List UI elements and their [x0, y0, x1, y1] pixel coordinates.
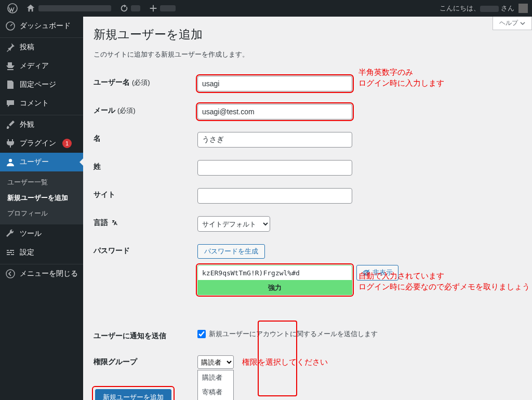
username-input[interactable]: [197, 76, 352, 91]
menu-settings-label: 設定: [20, 248, 34, 257]
wordpress-logo-icon: [7, 3, 18, 14]
admin-toolbar: こんにちは、 さん: [0, 0, 532, 17]
help-tab-label: ヘルプ: [499, 19, 518, 28]
greeting-text: こんにちは、 さん: [440, 4, 514, 13]
comment-icon: [5, 98, 16, 109]
svg-point-2: [9, 159, 12, 162]
submenu-users-profile[interactable]: プロフィール: [0, 206, 83, 221]
notify-text: 新規ユーザーにアカウントに関するメールを送信します: [209, 329, 378, 339]
role-label: 権限グループ: [94, 349, 197, 375]
role-dropdown-list: 購読者 寄稿者 投稿者 編集者 管理者: [197, 370, 234, 400]
menu-settings[interactable]: 設定: [0, 243, 83, 262]
email-label: メール: [94, 106, 115, 114]
generate-password-button[interactable]: パスワードを生成: [197, 244, 265, 259]
plugins-update-badge: 1: [62, 139, 72, 148]
role-select[interactable]: 購読者: [197, 355, 234, 369]
menu-media-label: メディア: [20, 61, 49, 71]
admin-sidebar: ダッシュボード 投稿 メディア 固定ページ コメント 外観 プラグイン 1 ユー…: [0, 17, 83, 400]
language-label: 言語: [94, 218, 108, 226]
menu-appearance-label: 外観: [20, 120, 34, 129]
menu-dashboard[interactable]: ダッシュボード: [0, 17, 83, 35]
menu-comments-label: コメント: [20, 99, 49, 108]
users-submenu: ユーザー一覧 新規ユーザーを追加 プロフィール: [0, 171, 83, 224]
password-field-wrap: 強力: [197, 265, 352, 295]
submenu-users-new[interactable]: 新規ユーザーを追加: [0, 190, 83, 206]
plugin-icon: [5, 138, 16, 149]
role-option-contributor[interactable]: 寄稿者: [198, 385, 233, 399]
main-content: ヘルプ 新規ユーザーを追加 このサイトに追加する新規ユーザーを作成します。 ユー…: [83, 17, 532, 400]
brush-icon: [5, 119, 16, 130]
menu-collapse-label: メニューを閉じる: [20, 269, 78, 278]
menu-tools-label: ツール: [20, 229, 42, 238]
required-marker: (必須): [132, 78, 150, 86]
menu-users-label: ユーザー: [20, 157, 49, 167]
menu-tools[interactable]: ツール: [0, 224, 83, 243]
password-label: パスワード: [94, 238, 197, 323]
notify-checkbox[interactable]: [197, 330, 206, 338]
site-name-obscured: [38, 5, 111, 11]
submit-add-user-button[interactable]: 新規ユーザーを追加: [95, 389, 171, 400]
pin-icon: [5, 42, 16, 52]
notify-checkbox-label[interactable]: 新規ユーザーにアカウントに関するメールを送信します: [197, 329, 516, 339]
home-icon: [26, 4, 35, 13]
annotation-role: 権限を選択してください: [242, 357, 328, 366]
updates-count-obscured: [131, 5, 140, 11]
menu-media[interactable]: メディア: [0, 57, 83, 75]
role-option-subscriber[interactable]: 購読者: [198, 370, 233, 385]
menu-pages[interactable]: 固定ページ: [0, 75, 83, 94]
user-icon: [5, 157, 16, 167]
annotation-password-l1: 自動で入力されています: [358, 270, 532, 281]
firstname-input[interactable]: [197, 132, 352, 148]
site-input[interactable]: [197, 188, 352, 204]
svg-point-3: [6, 270, 15, 278]
wrench-icon: [5, 229, 16, 239]
collapse-icon: [5, 269, 16, 279]
help-tab[interactable]: ヘルプ: [493, 17, 532, 30]
page-description: このサイトに追加する新規ユーザーを作成します。: [94, 50, 522, 59]
page-title: 新規ユーザーを追加: [94, 22, 522, 45]
annotation-password-l2: ログイン時に必要なので必ずメモを取りましょう！: [358, 281, 532, 292]
page-icon: [5, 79, 16, 90]
plus-icon: [149, 4, 158, 13]
firstname-label: 名: [94, 126, 197, 154]
lastname-input[interactable]: [197, 160, 352, 176]
annotation-username-l2: ログイン時に入力します: [358, 77, 444, 88]
site-name-menu[interactable]: [22, 0, 115, 17]
refresh-icon: [119, 4, 129, 13]
user-form: ユーザー名 (必須) 半角英数字のみ ログイン時に入力します メール (必須) …: [94, 70, 522, 375]
sliders-icon: [5, 247, 16, 258]
wp-logo-menu[interactable]: [3, 0, 22, 17]
username-obscured: [480, 6, 499, 12]
menu-posts[interactable]: 投稿: [0, 38, 83, 57]
user-avatar-icon[interactable]: [518, 4, 528, 13]
menu-appearance[interactable]: 外観: [0, 115, 83, 134]
annotation-username-l1: 半角英数字のみ: [358, 66, 444, 77]
menu-dashboard-label: ダッシュボード: [20, 21, 71, 31]
lastname-label: 姓: [94, 154, 197, 182]
menu-comments[interactable]: コメント: [0, 94, 83, 113]
menu-plugins[interactable]: プラグイン 1: [0, 134, 83, 153]
menu-plugins-label: プラグイン: [20, 139, 56, 148]
submenu-users-all[interactable]: ユーザー一覧: [0, 175, 83, 190]
menu-posts-label: 投稿: [20, 43, 34, 52]
menu-pages-label: 固定ページ: [20, 80, 56, 89]
required-marker: (必須): [117, 106, 136, 114]
chevron-down-icon: [520, 21, 525, 26]
updates-menu[interactable]: [115, 0, 144, 17]
username-label: ユーザー名: [94, 78, 130, 86]
menu-collapse[interactable]: メニューを閉じる: [0, 264, 83, 283]
password-input[interactable]: [197, 265, 352, 281]
media-icon: [5, 61, 16, 71]
language-select[interactable]: サイトデフォルト: [197, 216, 270, 232]
translate-icon: [111, 219, 118, 226]
menu-users[interactable]: ユーザー: [0, 153, 83, 171]
notify-label: ユーザーに通知を送信: [94, 323, 197, 349]
site-label: サイト: [94, 182, 197, 210]
password-strength-meter: 強力: [197, 281, 352, 295]
email-input[interactable]: [197, 104, 352, 119]
new-label-obscured: [160, 5, 176, 11]
dashboard-icon: [5, 21, 16, 31]
new-content-menu[interactable]: [144, 0, 180, 17]
